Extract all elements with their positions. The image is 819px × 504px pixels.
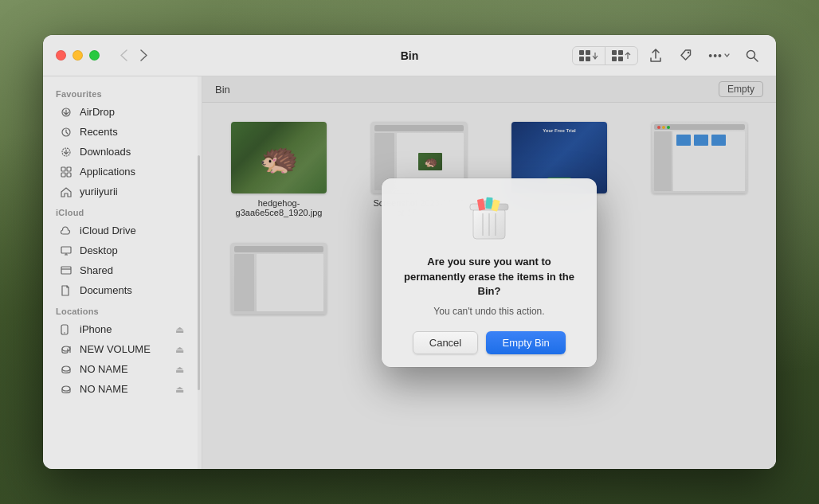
svg-rect-33 [485, 197, 492, 209]
sidebar-item-recents[interactable]: Recents [48, 122, 197, 142]
shared-icon [61, 266, 73, 275]
sidebar-label-applications: Applications [80, 166, 184, 178]
share-button[interactable] [645, 45, 667, 66]
search-button[interactable] [741, 46, 763, 65]
sidebar-label-downloads: Downloads [80, 146, 184, 158]
svg-point-21 [64, 332, 65, 334]
tag-button[interactable] [673, 45, 697, 66]
svg-line-10 [754, 57, 758, 61]
nav-buttons [116, 48, 152, 63]
drive-icon-3 [61, 385, 73, 394]
home-icon [61, 186, 73, 197]
phone-icon [61, 324, 73, 335]
sidebar-item-documents[interactable]: Documents [48, 280, 197, 300]
svg-rect-18 [61, 247, 71, 253]
sidebar-item-no-name-1[interactable]: NO NAME ⏏ [48, 359, 197, 379]
traffic-lights [56, 50, 100, 61]
sidebar-label-airdrop: AirDrop [80, 106, 184, 118]
recents-icon [61, 127, 73, 138]
finder-window: Bin [43, 35, 776, 469]
sidebar-item-applications[interactable]: Applications [48, 162, 197, 182]
sidebar-label-shared: Shared [80, 264, 184, 276]
cloud-icon [61, 226, 73, 236]
svg-point-24 [62, 366, 70, 371]
maximize-button[interactable] [89, 50, 100, 61]
sidebar: Favourites AirDrop Recents [43, 76, 202, 469]
sidebar-item-airdrop[interactable]: AirDrop [48, 102, 197, 122]
sidebar-item-new-volume[interactable]: NEW VOLUME ⏏ [48, 339, 197, 359]
view-toggle [572, 46, 638, 65]
svg-rect-15 [67, 167, 71, 171]
iphone-eject[interactable]: ⏏ [175, 324, 184, 335]
svg-rect-2 [579, 57, 584, 61]
sidebar-label-icloud-drive: iCloud Drive [80, 225, 184, 236]
window-title: Bin [401, 49, 419, 62]
sidebar-label-documents: Documents [80, 284, 184, 296]
forward-button[interactable] [135, 48, 152, 63]
svg-point-22 [62, 346, 70, 351]
icon-view-button[interactable] [573, 47, 605, 64]
drive-icon-1 [61, 345, 73, 354]
svg-rect-14 [61, 167, 65, 171]
sidebar-label-iphone: iPhone [80, 323, 169, 335]
sidebar-label-recents: Recents [80, 126, 184, 138]
sidebar-item-iphone[interactable]: iPhone ⏏ [48, 319, 197, 339]
downloads-icon [61, 147, 73, 158]
sidebar-label-no-name-2: NO NAME [80, 383, 169, 395]
sidebar-item-no-name-2[interactable]: NO NAME ⏏ [48, 379, 197, 399]
favourites-header: Favourites [43, 83, 202, 102]
trash-svg [468, 196, 510, 244]
more-button[interactable]: ••• [703, 46, 735, 65]
locations-header: Locations [43, 300, 202, 319]
sidebar-item-desktop[interactable]: Desktop [48, 240, 197, 260]
no-name-1-eject[interactable]: ⏏ [175, 364, 184, 375]
modal-overlay: Are you sure you want to permanently era… [202, 76, 776, 469]
sidebar-label-new-volume: NEW VOLUME [80, 343, 169, 355]
svg-rect-0 [579, 50, 584, 55]
svg-rect-19 [61, 267, 71, 274]
applications-icon [61, 166, 73, 178]
svg-point-8 [688, 51, 689, 53]
airdrop-icon [61, 107, 73, 118]
close-button[interactable] [56, 50, 66, 61]
toolbar-right: ••• [572, 45, 763, 66]
sidebar-item-icloud-drive[interactable]: iCloud Drive [48, 221, 197, 240]
sidebar-label-home: yuriiyurii [80, 186, 184, 197]
svg-rect-3 [586, 57, 590, 61]
main-area: Favourites AirDrop Recents [43, 76, 776, 469]
svg-rect-1 [586, 50, 590, 55]
content-area: Bin Empty hedgehog-g3aa6e5ce8_1920.jpg [202, 76, 776, 469]
icloud-header: iCloud [43, 201, 202, 221]
empty-bin-dialog: Are you sure you want to permanently era… [382, 178, 597, 366]
svg-rect-4 [612, 50, 617, 55]
svg-rect-7 [618, 57, 623, 61]
cancel-button[interactable]: Cancel [413, 331, 478, 354]
sidebar-label-no-name-1: NO NAME [80, 363, 169, 375]
new-volume-eject[interactable]: ⏏ [175, 344, 184, 355]
svg-rect-5 [618, 50, 623, 55]
sidebar-item-home[interactable]: yuriiyurii [48, 182, 197, 201]
modal-title: Are you sure you want to permanently era… [398, 255, 581, 299]
svg-rect-16 [61, 173, 65, 177]
document-icon [61, 285, 73, 296]
svg-point-25 [62, 386, 70, 391]
trash-icon [467, 194, 511, 245]
title-bar: Bin [43, 35, 776, 76]
sidebar-item-shared[interactable]: Shared [48, 260, 197, 280]
svg-rect-6 [612, 57, 617, 61]
back-button[interactable] [116, 48, 132, 63]
drive-icon-2 [61, 365, 73, 374]
modal-buttons: Cancel Empty Bin [398, 331, 581, 354]
desktop-icon [61, 246, 73, 256]
list-view-button[interactable] [605, 47, 637, 64]
sidebar-scroll-indicator [198, 155, 200, 391]
sidebar-label-desktop: Desktop [80, 244, 184, 256]
empty-bin-button[interactable]: Empty Bin [486, 331, 566, 354]
sidebar-item-downloads[interactable]: Downloads [48, 142, 197, 162]
minimize-button[interactable] [72, 50, 83, 61]
modal-message: You can't undo this action. [433, 305, 544, 318]
no-name-2-eject[interactable]: ⏏ [175, 384, 184, 395]
svg-rect-17 [67, 173, 71, 177]
